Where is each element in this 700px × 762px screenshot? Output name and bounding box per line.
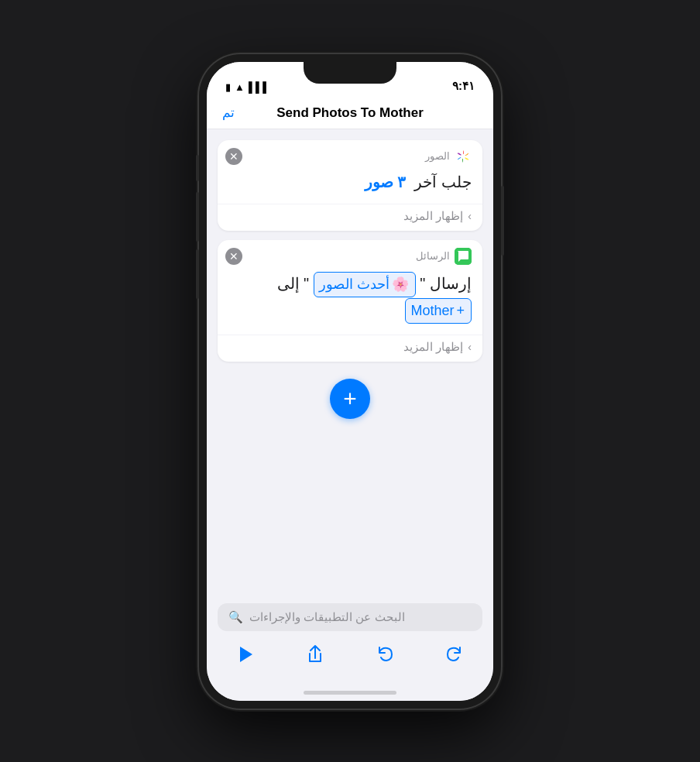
search-bar[interactable]: البحث عن التطبيقات والإجراءات 🔍	[218, 603, 482, 631]
card1-body: جلب آخر ٣ صور	[218, 170, 482, 201]
battery-icon: ▮	[225, 81, 231, 93]
main-content: ✕ الصور	[207, 129, 493, 597]
card1-number[interactable]: ٣	[397, 173, 406, 190]
action-card-photos: ✕ الصور	[218, 140, 482, 231]
svg-point-1	[461, 154, 465, 159]
card1-header: الصور	[218, 140, 482, 170]
redo-button[interactable]	[439, 639, 470, 670]
messages-app-icon	[455, 248, 472, 265]
card2-header: الرسائل	[218, 240, 482, 269]
power-button[interactable]	[501, 186, 504, 256]
page-title: Send Photos To Mother	[276, 105, 424, 121]
remove-card2-button[interactable]: ✕	[225, 248, 242, 265]
silent-switch-button[interactable]	[196, 249, 199, 299]
signal-icon: ▌▌▌	[249, 81, 270, 93]
search-placeholder-text: البحث عن التطبيقات والإجراءات	[249, 610, 405, 624]
card1-suffix: صور	[365, 173, 393, 190]
search-icon: 🔍	[228, 610, 243, 624]
card2-chevron-icon: ‹	[468, 341, 472, 353]
photos-app-icon	[455, 148, 472, 165]
bottom-toolbar	[207, 631, 493, 685]
card2-body: إرسال " 🌸 أحدث الصور " إلى + Mother	[218, 269, 482, 331]
card2-action-text: إرسال " 🌸 أحدث الصور " إلى + Mother	[228, 271, 472, 324]
token-text: أحدث الصور	[319, 273, 389, 296]
done-button[interactable]: تم	[222, 105, 235, 121]
card2-app-name: الرسائل	[416, 250, 450, 262]
home-bar	[304, 691, 396, 695]
share-button[interactable]	[300, 639, 331, 670]
mother-label: Mother	[410, 300, 454, 322]
action-card-messages: ✕ الرسائل إرسال " 🌸	[218, 240, 482, 362]
card1-footer[interactable]: إظهار المزيد ‹	[218, 204, 482, 231]
phone-screen: ▮ ▲ ▌▌▌ ۹:۴۱ تم Send Photos To Mother ✕ …	[207, 62, 493, 701]
card2-footer[interactable]: إظهار المزيد ‹	[218, 335, 482, 362]
card1-app-name: الصور	[425, 150, 450, 162]
token-emoji: 🌸	[392, 273, 409, 296]
home-indicator	[207, 685, 493, 701]
search-section: البحث عن التطبيقات والإجراءات 🔍	[207, 597, 493, 631]
play-button[interactable]	[230, 639, 261, 670]
volume-up-button[interactable]	[196, 155, 199, 181]
mother-plus-icon: +	[456, 300, 465, 322]
undo-button[interactable]	[369, 639, 400, 670]
status-bar: ▮ ▲ ▌▌▌ ۹:۴۱	[207, 62, 493, 99]
card1-action-text: جلب آخر ٣ صور	[228, 171, 472, 193]
phone-frame: ▮ ▲ ▌▌▌ ۹:۴۱ تم Send Photos To Mother ✕ …	[199, 54, 501, 709]
navigation-bar: تم Send Photos To Mother	[207, 99, 493, 129]
notch	[304, 62, 396, 84]
card1-show-more: إظهار المزيد	[403, 209, 463, 223]
volume-down-button[interactable]	[196, 192, 199, 242]
svg-marker-3	[240, 647, 252, 662]
add-action-button[interactable]: +	[330, 379, 370, 419]
latest-photos-token[interactable]: 🌸 أحدث الصور	[314, 272, 416, 297]
status-icons: ▮ ▲ ▌▌▌	[225, 81, 270, 93]
card1-chevron-icon: ‹	[468, 210, 472, 222]
mother-token[interactable]: + Mother	[405, 298, 472, 324]
card2-show-more: إظهار المزيد	[403, 340, 463, 354]
remove-card1-button[interactable]: ✕	[225, 148, 242, 165]
status-time: ۹:۴۱	[452, 79, 475, 93]
wifi-icon: ▲	[235, 81, 245, 93]
